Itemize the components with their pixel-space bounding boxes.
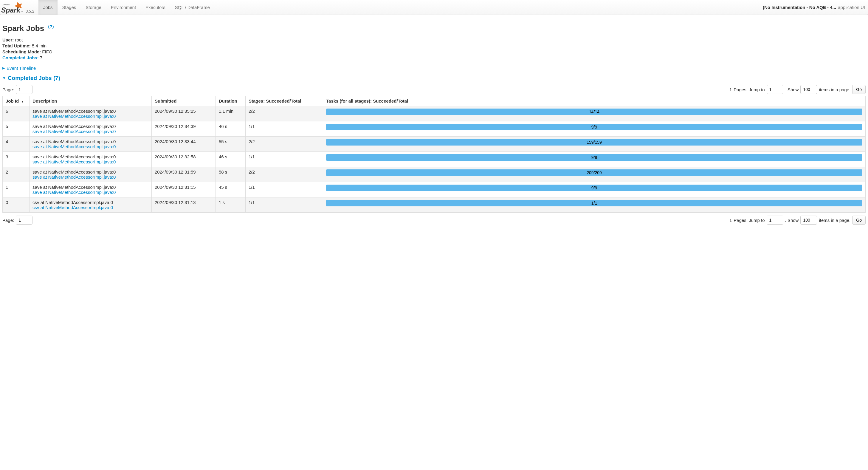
pagination-bottom: Page: 1 Pages. Jump to . Show items in a… [2,216,866,225]
task-progress-bar: 9/9 [326,154,862,161]
cell-tasks: 14/14 [323,106,866,121]
task-progress-text: 9/9 [591,125,597,129]
go-button[interactable]: Go [852,216,866,225]
cell-submitted: 2024/09/30 12:34:39 [152,121,216,137]
summary-uptime: Total Uptime: 5.4 min [2,43,866,48]
col-header-label: Job Id [6,98,19,104]
go-button[interactable]: Go [852,85,866,94]
job-description-link[interactable]: save at NativeMethodAccessorImpl.java:0 [32,190,149,195]
task-progress-bar: 9/9 [326,124,862,130]
col-header-submitted[interactable]: Submitted [152,96,216,106]
tab-label: Jobs [43,5,53,10]
show-text: . Show [785,218,799,223]
page-size-input[interactable] [800,85,817,94]
col-header-stages[interactable]: Stages: Succeeded/Total [246,96,323,106]
cell-description: save at NativeMethodAccessorImpl.java:0s… [30,106,152,121]
table-row: 5save at NativeMethodAccessorImpl.java:0… [3,121,866,137]
help-link[interactable]: (?) [48,24,54,29]
job-description-text: csv at NativeMethodAccessorImpl.java:0 [32,200,149,205]
cell-jobid: 5 [3,121,30,137]
job-description-link[interactable]: save at NativeMethodAccessorImpl.java:0 [32,129,149,134]
task-progress-text: 14/14 [589,110,599,114]
job-description-text: save at NativeMethodAccessorImpl.java:0 [32,109,149,114]
cell-submitted: 2024/09/30 12:33:44 [152,137,216,152]
svg-text:Spark: Spark [1,6,21,14]
table-header-row: Job Id ▼ Description Submitted Duration … [3,96,866,106]
col-header-tasks[interactable]: Tasks (for all stages): Succeeded/Total [323,96,866,106]
page-count: 1 [730,87,732,92]
job-description-link[interactable]: csv at NativeMethodAccessorImpl.java:0 [32,205,149,210]
cell-stages: 2/2 [246,106,323,121]
cell-jobid: 1 [3,182,30,198]
completed-jobs-toggle[interactable]: ▼ Completed Jobs (7) [2,75,866,81]
cell-duration: 58 s [216,167,246,182]
cell-submitted: 2024/09/30 12:31:13 [152,198,216,213]
jump-page-input[interactable] [767,85,783,94]
cell-jobid: 4 [3,137,30,152]
sort-desc-icon: ▼ [21,100,24,103]
completed-jobs-table: Job Id ▼ Description Submitted Duration … [2,96,866,213]
cell-submitted: 2024/09/30 12:31:15 [152,182,216,198]
job-description-link[interactable]: save at NativeMethodAccessorImpl.java:0 [32,174,149,179]
show-text: . Show [785,87,799,92]
summary-label: Scheduling Mode: [2,49,41,54]
cell-description: csv at NativeMethodAccessorImpl.java:0cs… [30,198,152,213]
tab-environment[interactable]: Environment [106,0,141,14]
summary-value: 5.4 min [32,43,46,48]
table-row: 1save at NativeMethodAccessorImpl.java:0… [3,182,866,198]
tab-label: SQL / DataFrame [175,5,210,10]
jump-page-input[interactable] [767,216,783,225]
summary-label: User: [2,37,14,42]
summary-list: User: root Total Uptime: 5.4 min Schedul… [2,37,866,60]
page-count: 1 [730,218,732,223]
summary-value: 7 [40,55,42,60]
arrow-right-icon: ▶ [2,66,5,70]
task-progress-bar: 159/159 [326,139,862,146]
cell-jobid: 3 [3,152,30,167]
page-input[interactable] [16,85,32,94]
table-row: 0csv at NativeMethodAccessorImpl.java:0c… [3,198,866,213]
pages-jump-text: Pages. Jump to [734,87,765,92]
tab-jobs[interactable]: Jobs [38,0,58,14]
tab-executors[interactable]: Executors [141,0,170,14]
col-header-duration[interactable]: Duration [216,96,246,106]
summary-label: Total Uptime: [2,43,31,48]
brand[interactable]: APACHE Spark ™ 3.5.2 [0,0,38,14]
summary-value: root [15,37,23,42]
pages-jump-text: Pages. Jump to [734,218,765,223]
col-header-description[interactable]: Description [30,96,152,106]
spark-version: 3.5.2 [26,9,34,13]
job-description-link[interactable]: save at NativeMethodAccessorImpl.java:0 [32,114,149,119]
page-input[interactable] [16,216,32,225]
task-progress-text: 1/1 [591,201,597,205]
cell-stages: 1/1 [246,198,323,213]
cell-stages: 2/2 [246,137,323,152]
page-size-input[interactable] [800,216,817,225]
tab-storage[interactable]: Storage [81,0,106,14]
col-header-jobid[interactable]: Job Id ▼ [3,96,30,106]
event-timeline-toggle[interactable]: ▶ Event Timeline [2,66,36,71]
job-description-link[interactable]: save at NativeMethodAccessorImpl.java:0 [32,159,149,164]
task-progress-text: 209/209 [587,170,602,175]
page-label: Page: [2,218,14,223]
cell-description: save at NativeMethodAccessorImpl.java:0s… [30,167,152,182]
cell-submitted: 2024/09/30 12:32:58 [152,152,216,167]
tab-sql[interactable]: SQL / DataFrame [170,0,215,14]
cell-stages: 1/1 [246,121,323,137]
cell-stages: 1/1 [246,182,323,198]
arrow-down-icon: ▼ [2,76,6,80]
job-description-link[interactable]: save at NativeMethodAccessorImpl.java:0 [32,144,149,149]
completed-jobs-link[interactable]: Completed Jobs: [2,55,39,60]
cell-tasks: 159/159 [323,137,866,152]
event-timeline-label: Event Timeline [6,66,36,71]
tab-label: Environment [111,5,136,10]
svg-text:™: ™ [21,11,23,13]
completed-jobs-label: Completed Jobs (7) [8,75,60,81]
cell-duration: 55 s [216,137,246,152]
task-progress-text: 9/9 [591,185,597,190]
table-row: 6save at NativeMethodAccessorImpl.java:0… [3,106,866,121]
tab-stages[interactable]: Stages [58,0,81,14]
cell-tasks: 209/209 [323,167,866,182]
cell-tasks: 1/1 [323,198,866,213]
cell-submitted: 2024/09/30 12:35:25 [152,106,216,121]
